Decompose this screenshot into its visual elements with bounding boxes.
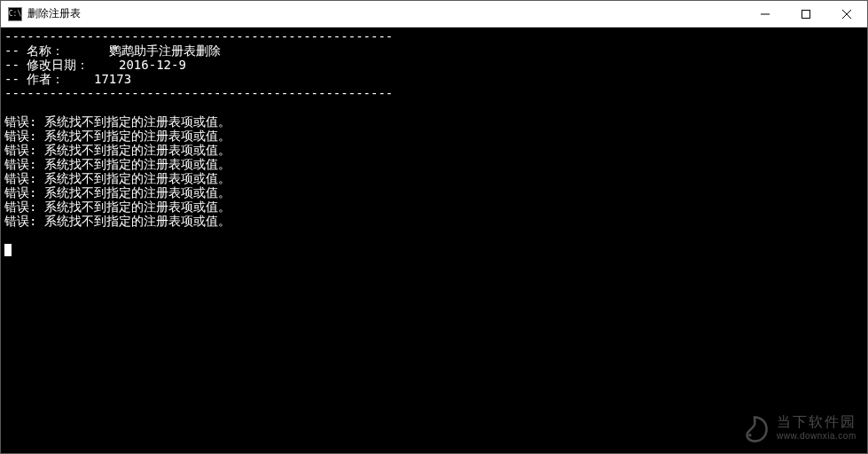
- watermark-url: www.downxia.com: [777, 429, 856, 443]
- minimize-icon: [761, 10, 770, 19]
- window-title: 删除注册表: [27, 6, 745, 21]
- titlebar[interactable]: C:\ 删除注册表: [1, 1, 867, 27]
- error-lines: 错误: 系统找不到指定的注册表项或值。 错误: 系统找不到指定的注册表项或值。 …: [4, 114, 231, 228]
- watermark-logo-icon: [739, 414, 770, 444]
- minimize-button[interactable]: [745, 1, 786, 27]
- app-icon: C:\: [8, 7, 22, 21]
- close-button[interactable]: [826, 1, 867, 27]
- header-name-line: -- 名称： 鹦鹉助手注册表删除: [4, 43, 221, 58]
- app-window: C:\ 删除注册表 ------------------------------…: [0, 0, 868, 454]
- maximize-button[interactable]: [786, 1, 826, 27]
- svg-point-1: [748, 434, 751, 436]
- maximize-icon: [802, 10, 810, 19]
- separator-line: ----------------------------------------…: [4, 29, 393, 43]
- header-date-line: -- 修改日期： 2016-12-9: [4, 58, 186, 72]
- watermark: 当下软件园 www.downxia.com: [739, 414, 856, 444]
- close-icon: [842, 10, 851, 19]
- header-author-line: -- 作者： 17173: [4, 72, 131, 86]
- terminal-output[interactable]: ----------------------------------------…: [1, 27, 867, 453]
- cursor: [4, 244, 12, 256]
- watermark-brand: 当下软件园: [777, 415, 856, 429]
- window-controls: [745, 1, 867, 27]
- svg-rect-0: [802, 10, 810, 18]
- separator-line: ----------------------------------------…: [4, 86, 393, 100]
